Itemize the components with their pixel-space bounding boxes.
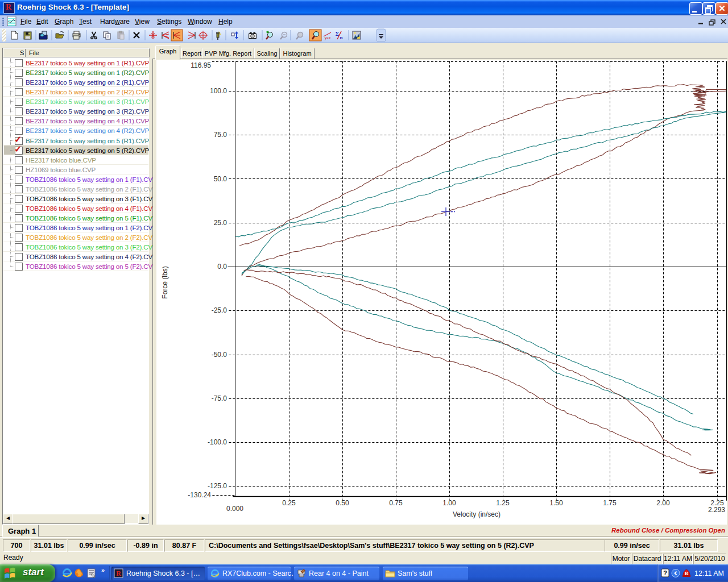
svg-text:?: ?	[663, 569, 667, 576]
svg-text:y=x: y=x	[325, 36, 331, 40]
svg-text:R: R	[116, 569, 121, 577]
svg-text:R: R	[685, 571, 689, 576]
svg-text:n: n	[340, 35, 342, 40]
svg-text:»: »	[101, 567, 105, 573]
